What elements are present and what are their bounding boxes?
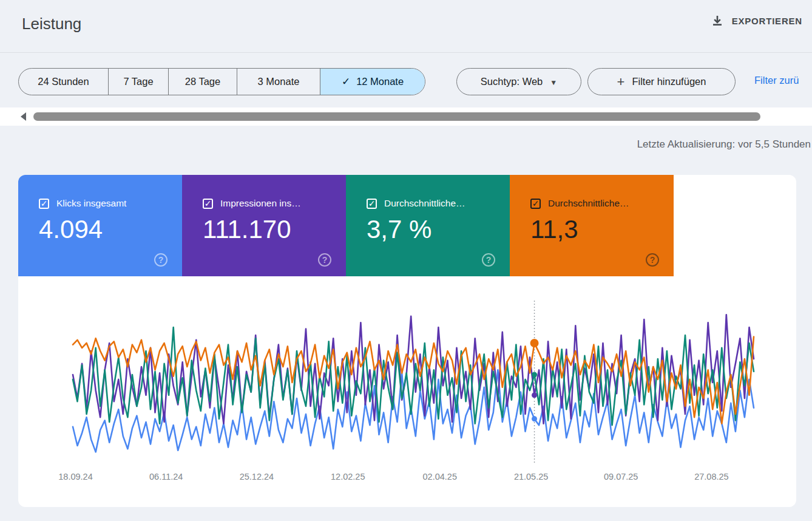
add-filter-label: Filter hinzufügen [632, 76, 706, 87]
plus-icon: + [617, 74, 625, 90]
tab-28-tage[interactable]: 28 Tage [169, 69, 237, 95]
tab-label: 3 Monate [258, 76, 300, 87]
export-label: EXPORTIEREN [732, 16, 802, 26]
checkbox-checked-icon[interactable]: ✓ [530, 199, 541, 209]
metric-label: Klicks insgesamt [56, 198, 126, 209]
metric-cards: ✓ Klicks insgesamt 4.094 ? ✓ Impressione… [18, 175, 674, 276]
metric-value: 11,3 [530, 215, 578, 244]
performance-line-chart[interactable]: 18.09.2406.11.2425.12.2412.02.2502.04.25… [18, 276, 796, 489]
help-icon[interactable]: ? [154, 253, 167, 267]
checkbox-checked-icon[interactable]: ✓ [203, 199, 213, 209]
scrollbar-thumb[interactable] [33, 112, 760, 121]
tab-label: 7 Tage [123, 76, 153, 87]
header-divider [0, 52, 812, 53]
metric-card-position[interactable]: ✓ Durchschnittliche… 11,3 ? [510, 175, 674, 276]
svg-text:09.07.25: 09.07.25 [604, 472, 638, 482]
svg-text:18.09.24: 18.09.24 [58, 472, 92, 482]
page-header: Leistung EXPORTIEREN [0, 0, 812, 52]
metric-label: Durchschnittliche… [384, 198, 465, 209]
download-icon [711, 15, 723, 27]
svg-text:02.04.25: 02.04.25 [423, 472, 457, 482]
metric-card-ctr[interactable]: ✓ Durchschnittliche… 3,7 % ? [346, 175, 510, 276]
metric-value: 3,7 % [367, 215, 431, 244]
svg-text:21.05.25: 21.05.25 [514, 472, 548, 482]
metric-card-impressions[interactable]: ✓ Impressionen ins… 111.170 ? [182, 175, 346, 276]
tab-label: 24 Stunden [38, 76, 89, 87]
svg-text:25.12.24: 25.12.24 [240, 472, 274, 482]
help-icon[interactable]: ? [482, 253, 495, 267]
check-icon: ✓ [342, 75, 350, 88]
metric-value: 4.094 [39, 215, 103, 244]
chevron-down-icon: ▼ [550, 78, 557, 87]
checkbox-checked-icon[interactable]: ✓ [39, 199, 49, 209]
horizontal-scrollbar [0, 107, 812, 126]
tab-3-monate[interactable]: 3 Monate [237, 69, 320, 95]
export-button[interactable]: EXPORTIEREN [711, 15, 802, 27]
svg-text:27.08.25: 27.08.25 [694, 472, 728, 482]
tab-label: 28 Tage [185, 76, 220, 87]
tab-7-tage[interactable]: 7 Tage [109, 69, 169, 95]
add-filter-button[interactable]: + Filter hinzufügen [587, 68, 736, 95]
metric-card-clicks[interactable]: ✓ Klicks insgesamt 4.094 ? [18, 175, 182, 276]
help-icon[interactable]: ? [318, 253, 331, 267]
checkbox-checked-icon[interactable]: ✓ [367, 199, 377, 209]
page-title: Leistung [22, 15, 81, 33]
tab-12-monate[interactable]: ✓ 12 Monate [320, 69, 425, 95]
search-type-dropdown[interactable]: Suchtyp: Web ▼ [456, 68, 581, 95]
tab-label: 12 Monate [356, 76, 404, 87]
search-type-label: Suchtyp: Web [481, 76, 543, 87]
performance-panel: ✓ Klicks insgesamt 4.094 ? ✓ Impressione… [18, 175, 796, 507]
last-update-status: Letzte Aktualisierung: vor 5,5 Stunden [637, 138, 811, 151]
svg-text:06.11.24: 06.11.24 [149, 472, 183, 482]
tab-24-stunden[interactable]: 24 Stunden [19, 69, 109, 95]
metric-label: Impressionen ins… [220, 198, 301, 209]
metric-label: Durchschnittliche… [548, 198, 629, 209]
scroll-left-arrow-icon[interactable] [21, 112, 26, 121]
help-icon[interactable]: ? [646, 253, 659, 267]
metric-value: 111.170 [203, 215, 291, 244]
reset-filters-link[interactable]: Filter zurü [754, 75, 799, 86]
svg-text:12.02.25: 12.02.25 [331, 472, 365, 482]
filter-toolbar: 24 Stunden 7 Tage 28 Tage 3 Monate ✓ 12 … [0, 68, 812, 96]
date-range-segmented-control: 24 Stunden 7 Tage 28 Tage 3 Monate ✓ 12 … [18, 68, 425, 95]
